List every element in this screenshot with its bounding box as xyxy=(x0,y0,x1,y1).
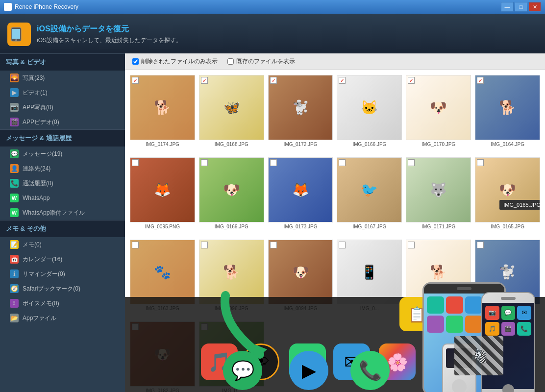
section-messages: メッセージ & 通話履歴 xyxy=(0,129,125,147)
photo-filename: IMG_0... xyxy=(360,306,379,311)
whatsapp-attach-label: WhatsApp添付ファイル xyxy=(23,209,85,217)
messages-label: メッセージ(19) xyxy=(23,150,62,158)
section-photos: 写真 & ビデオ xyxy=(0,53,125,71)
call-label: 通話履歴(0) xyxy=(23,179,53,188)
photo-cell[interactable]: 📱IMG_0... xyxy=(337,240,402,318)
filter-bar: 削除されたファイルのみ表示 既存のファイルを表示 xyxy=(125,53,545,70)
titlebar: Renee iPhone Recovery — □ ✕ xyxy=(0,0,545,14)
photo-filename: IMG_0172.JPG xyxy=(284,142,318,147)
app-icon xyxy=(4,3,12,11)
sidebar-item-app-photo[interactable]: 📷 APP写真(0) xyxy=(0,100,125,115)
filter-deleted[interactable]: 削除されたファイルのみ表示 xyxy=(132,57,218,66)
sidebar-item-whatsapp-attachments[interactable]: W WhatsApp添付ファイル xyxy=(0,205,125,220)
app-files-label: Appファイル xyxy=(23,314,56,322)
photo-cell[interactable]: 🦊IMG_0173.JPG xyxy=(268,157,333,236)
photo-cell[interactable]: 🐶IMG_0094.JPG xyxy=(268,240,333,318)
photo-filename: IMG_0182.JPG xyxy=(146,388,179,392)
photo-cell[interactable]: 🐩IMG_0178.JPG xyxy=(475,240,540,318)
app-photo-label: APP写真(0) xyxy=(23,103,53,112)
contacts-label: 連絡先(24) xyxy=(23,165,50,173)
notes-icon: 📝 xyxy=(10,240,19,249)
whatsapp-icon: W xyxy=(10,194,19,202)
sidebar-item-app-files[interactable]: 📂 Appファイル xyxy=(0,311,125,325)
safari-icon: 🧭 xyxy=(10,284,19,293)
restore-button[interactable]: □ xyxy=(515,2,527,12)
photo-filename: IMG_0... xyxy=(222,388,241,392)
photo-cell[interactable]: 🐱IMG_0166.JPG xyxy=(337,75,402,153)
call-icon: 📞 xyxy=(10,179,19,188)
header-title: iOS設備からデータを復元 xyxy=(37,24,182,34)
sidebar-item-calendar[interactable]: 📅 カレンダー(16) xyxy=(0,252,125,267)
photo-cell[interactable]: 🐩IMG_0172.JPG xyxy=(268,75,333,153)
photo-filename: IMG_0167.JPG xyxy=(352,224,386,229)
photo-filename: IMG_0164.JPG xyxy=(491,142,524,147)
sidebar-item-app-video[interactable]: 🎬 APPビデオ(0) xyxy=(0,115,125,129)
sidebar-item-reminder[interactable]: ℹ リマインダー(0) xyxy=(0,267,125,281)
whatsapp-label: WhatsApp xyxy=(23,195,50,201)
photo-cell[interactable]: 🐕G_0181.JPG xyxy=(406,240,471,318)
existing-checkbox[interactable] xyxy=(227,58,234,65)
header-text: iOS設備からデータを復元 iOS設備をスキャンして、最近紛失したデータを探す。 xyxy=(37,24,182,45)
photo-cell[interactable]: 🐕IMG_0... xyxy=(199,321,264,392)
photo-filename: IMG_0094.JPG xyxy=(284,306,318,311)
photos-label: 写真(23) xyxy=(23,74,45,82)
sidebar-item-call-history[interactable]: 📞 通話履歴(0) xyxy=(0,176,125,191)
messages-icon: 💬 xyxy=(10,149,19,158)
main-container: 写真 & ビデオ 🌄 写真(23) ▶ ビデオ(1) 📷 APP写真(0) 🎬 … xyxy=(0,53,545,392)
photo-cell[interactable]: 🐕IMG_0164.JPG xyxy=(475,75,540,153)
photo-filename: IMG_0163.JPG xyxy=(146,306,179,311)
content-wrapper: 🐕IMG_0174.JPG🦋IMG_0168.JPG🐩IMG_0172.JPG🐱… xyxy=(125,70,545,392)
window-controls[interactable]: — □ ✕ xyxy=(501,2,541,12)
header-icon xyxy=(7,23,31,46)
photo-cell[interactable]: 🐶IMG_0170.JPG xyxy=(406,75,471,153)
photo-cell[interactable]: 🐕IMG_0096.JPG xyxy=(199,240,264,318)
photo-filename: IMG_0170.JPG xyxy=(421,142,455,147)
photo-cell[interactable]: 🐾IMG_0163.JPG xyxy=(130,240,195,318)
photo-cell[interactable]: 🦊IMG_0095.PNG xyxy=(130,157,195,236)
filter-existing[interactable]: 既存のファイルを表示 xyxy=(227,57,295,66)
photo-cell[interactable]: 🐶IMG_0182.JPG xyxy=(130,321,195,392)
titlebar-title: Renee iPhone Recovery xyxy=(15,3,78,10)
sidebar-item-photos[interactable]: 🌄 写真(23) xyxy=(0,71,125,85)
sidebar-item-safari[interactable]: 🧭 Safariブックマーク(0) xyxy=(0,281,125,296)
calendar-label: カレンダー(16) xyxy=(23,255,62,264)
photo-filename: IMG_0174.JPG xyxy=(146,142,179,147)
photo-cell[interactable]: 🐶IMG_0165.JPGIMG_0165.JPG xyxy=(475,157,540,236)
svg-point-2 xyxy=(15,39,17,41)
photo-filename: IMG_0166.JPG xyxy=(352,142,386,147)
minimize-button[interactable]: — xyxy=(501,2,514,12)
photo-filename: IMG_0171.JPG xyxy=(421,224,455,229)
photo-cell[interactable]: 🦋IMG_0168.JPG xyxy=(199,75,264,153)
photo-cell[interactable]: 🐶IMG_0169.JPG xyxy=(199,157,264,236)
photo-filename: IMG_0178.JPG xyxy=(491,306,524,311)
reminder-label: リマインダー(0) xyxy=(23,270,65,278)
notes-label: メモ(0) xyxy=(23,241,42,249)
photo-filename: IMG_0165.JPG xyxy=(491,224,524,229)
sidebar-item-messages[interactable]: 💬 メッセージ(19) xyxy=(0,147,125,161)
photo-filename: IMG_0169.JPG xyxy=(215,224,248,229)
photo-cell[interactable]: 🐺IMG_0171.JPG xyxy=(406,157,471,236)
app-header: iOS設備からデータを復元 iOS設備をスキャンして、最近紛失したデータを探す。 xyxy=(0,14,545,53)
app-photo-icon: 📷 xyxy=(10,103,19,112)
photo-filename: IMG_0096.JPG xyxy=(215,306,248,311)
photo-filename: G_0181.JPG xyxy=(424,306,453,311)
photo-cell[interactable]: 🐕IMG_0174.JPG xyxy=(130,75,195,153)
video-label: ビデオ(1) xyxy=(23,89,48,97)
voice-icon: 🎙 xyxy=(10,299,19,308)
app-files-icon: 📂 xyxy=(10,314,19,322)
reminder-icon: ℹ xyxy=(10,270,19,278)
content-area: 削除されたファイルのみ表示 既存のファイルを表示 🐕IMG_0174.JPG🦋I… xyxy=(125,53,545,392)
contacts-icon: 👤 xyxy=(10,164,19,173)
calendar-icon: 📅 xyxy=(10,255,19,264)
sidebar-item-voice[interactable]: 🎙 ボイスメモ(0) xyxy=(0,296,125,311)
sidebar-item-contacts[interactable]: 👤 連絡先(24) xyxy=(0,161,125,176)
deleted-checkbox[interactable] xyxy=(132,58,139,65)
sidebar-item-whatsapp[interactable]: W WhatsApp xyxy=(0,191,125,205)
close-button[interactable]: ✕ xyxy=(528,2,541,12)
sidebar-item-video[interactable]: ▶ ビデオ(1) xyxy=(0,85,125,100)
sidebar-item-notes[interactable]: 📝 メモ(0) xyxy=(0,237,125,252)
photo-cell[interactable]: 🐦IMG_0167.JPG xyxy=(337,157,402,236)
svg-rect-1 xyxy=(12,29,20,39)
safari-label: Safariブックマーク(0) xyxy=(23,285,80,293)
whatsapp-attach-icon: W xyxy=(10,208,19,217)
